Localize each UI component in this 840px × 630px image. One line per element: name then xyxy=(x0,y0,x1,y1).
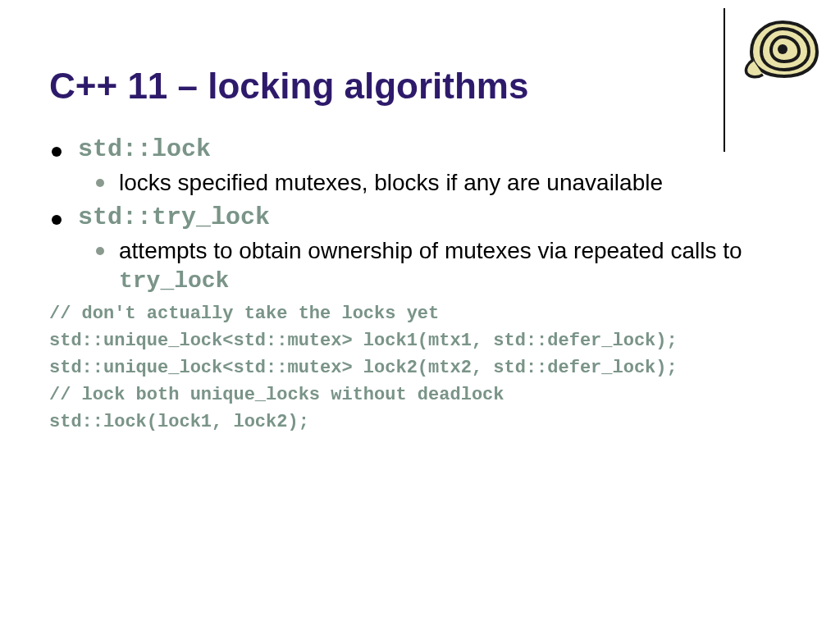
sub-list: attempts to obtain ownership of mutexes … xyxy=(78,236,791,295)
vertical-divider xyxy=(724,8,725,152)
code-line: // lock both unique_locks without deadlo… xyxy=(49,381,791,409)
code-line: std::unique_lock<std::mutex> lock2(mtx2,… xyxy=(49,354,791,381)
bullet-item-lock: std::lock locks specified mutexes, block… xyxy=(78,135,791,197)
sub-list: locks specified mutexes, blocks if any a… xyxy=(78,168,791,197)
code-block: // don't actually take the locks yet std… xyxy=(49,300,791,436)
bullet-head: std::try_lock xyxy=(78,203,270,231)
snail-icon xyxy=(742,12,824,82)
code-line: // don't actually take the locks yet xyxy=(49,300,791,327)
sub-item-text: attempts to obtain ownership of mutexes … xyxy=(119,238,742,263)
inline-code: try_lock xyxy=(119,268,229,294)
sub-item: locks specified mutexes, blocks if any a… xyxy=(119,168,791,197)
svg-point-0 xyxy=(778,44,788,54)
code-line: std::lock(lock1, lock2); xyxy=(49,409,791,436)
bullet-list: std::lock locks specified mutexes, block… xyxy=(49,135,791,436)
sub-item: attempts to obtain ownership of mutexes … xyxy=(119,236,791,295)
slide: C++ 11 – locking algorithms std::lock lo… xyxy=(0,0,840,475)
bullet-head: std::lock xyxy=(78,135,211,163)
code-line: std::unique_lock<std::mutex> lock1(mtx1,… xyxy=(49,327,791,354)
bullet-item-trylock: std::try_lock attempts to obtain ownersh… xyxy=(78,203,791,436)
slide-title: C++ 11 – locking algorithms xyxy=(49,66,791,107)
